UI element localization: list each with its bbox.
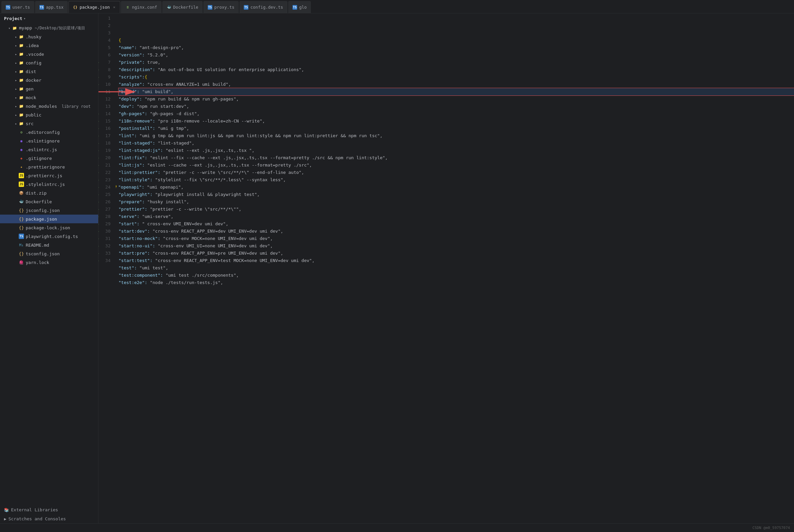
- folder-icon-vscode: 📁: [19, 51, 24, 57]
- file-icon-distzip: 📦: [19, 190, 24, 195]
- tab-nginx-conf[interactable]: ≡ nginx.conf: [121, 1, 161, 13]
- tree-item-gen[interactable]: 📁 gen: [0, 84, 98, 93]
- folder-icon-mock: 📁: [19, 95, 24, 100]
- line-number-26: 26▶: [98, 198, 113, 206]
- label-yarnlock: yarn.lock: [26, 260, 98, 265]
- code-line-20: "lint:style": "stylelint --fix \"src/**/…: [118, 176, 794, 184]
- line-number-7: 7▶: [98, 59, 113, 66]
- tab-package-json[interactable]: {} package.json ✕: [69, 1, 120, 13]
- folder-icon-myapp: 📁: [12, 25, 17, 31]
- run-button-25[interactable]: ▶: [98, 191, 99, 198]
- tree-item-distzip[interactable]: 📦 dist.zip: [0, 189, 98, 197]
- tree-item-prettierignore[interactable]: ✦ .prettierignore: [0, 163, 98, 171]
- tree-item-playwright[interactable]: TS playwright.config.ts: [0, 232, 98, 241]
- tab-dockerfile[interactable]: 🐳 Dockerfile: [162, 1, 203, 13]
- run-button-31[interactable]: ▶: [98, 235, 99, 242]
- tree-item-eslintignore[interactable]: ◉ .eslintignore: [0, 136, 98, 145]
- editor-content[interactable]: 1234567▶8▶9▶10▶11121314▶15▶16▶17▶18▶19▶2…: [98, 13, 794, 523]
- tree-item-mock[interactable]: 📁 mock: [0, 93, 98, 102]
- run-button-24[interactable]: ▶: [98, 184, 99, 191]
- run-button-32[interactable]: ▶: [98, 242, 99, 250]
- run-button-8[interactable]: ▶: [98, 66, 99, 73]
- run-button-29[interactable]: ▶: [98, 220, 99, 228]
- scratches-item[interactable]: ▶ Scratches and Consoles: [0, 514, 98, 523]
- tab-app-tsx[interactable]: TS app.tsx: [35, 1, 68, 13]
- editor-wrapper: 1234567▶8▶9▶10▶11121314▶15▶16▶17▶18▶19▶2…: [98, 13, 794, 523]
- tree-item-dockerfile-file[interactable]: 🐳 Dockerfile: [0, 197, 98, 206]
- tree-item-node-modules[interactable]: 📁 node_modules library root: [0, 102, 98, 111]
- run-button-10[interactable]: ▶: [98, 81, 99, 88]
- arrow-mock: [13, 96, 19, 99]
- tab-glo[interactable]: TS glo: [288, 1, 311, 13]
- line-number-12: 12: [98, 95, 113, 103]
- tree-item-editorconfig[interactable]: ⚙ .editorconfig: [0, 128, 98, 136]
- run-button-33[interactable]: ▶: [98, 250, 99, 257]
- tree-item-husky[interactable]: 📁 .husky: [0, 32, 98, 41]
- tree-item-packagelock[interactable]: {} package-lock.json: [0, 223, 98, 232]
- tab-user-ts[interactable]: TS user.ts: [1, 1, 34, 13]
- external-libraries-item[interactable]: 📚 External Libraries: [0, 505, 98, 514]
- label-prettierrc: .prettierrc.js: [26, 173, 98, 178]
- code-line-10: "dev": "npm run start:dev",: [118, 103, 794, 110]
- tree-item-jsconfig[interactable]: {} jsconfig.json: [0, 206, 98, 215]
- run-button-26[interactable]: ▶: [98, 198, 99, 206]
- code-line-18: "lint:js": "eslint --cache --ext .js,.js…: [118, 162, 794, 169]
- run-button-16[interactable]: ▶: [98, 125, 99, 132]
- tree-item-prettierrc[interactable]: JS .prettierrc.js: [0, 171, 98, 180]
- tab-bar: TS user.ts TS app.tsx {} package.json ✕ …: [0, 0, 794, 13]
- run-button-19[interactable]: ▶: [98, 147, 99, 154]
- tree-item-packagejson[interactable]: {} package.json: [0, 215, 98, 223]
- label-gen: gen: [26, 87, 98, 92]
- tree-item-idea[interactable]: 📁 .idea: [0, 41, 98, 50]
- run-button-30[interactable]: ▶: [98, 228, 99, 235]
- tree-item-yarnlock[interactable]: 🧶 yarn.lock: [0, 258, 98, 267]
- file-icon-prettierrc: JS: [19, 173, 24, 178]
- run-button-14[interactable]: ▶: [98, 110, 99, 117]
- run-button-23[interactable]: ▶: [98, 176, 99, 184]
- run-button-9[interactable]: ▶: [98, 73, 99, 81]
- code-line-32: "test": "umi test",: [118, 264, 794, 272]
- run-button-18[interactable]: ▶: [98, 139, 99, 147]
- sidebar: Project ▾ 📁 myapp ~/Desktop/知识星球/项目 📁 .h…: [0, 13, 98, 523]
- tab-proxy-ts[interactable]: TS proxy.ts: [203, 1, 239, 13]
- arrow-husky: [13, 35, 19, 39]
- arrow-dist: [13, 70, 19, 73]
- tree-item-dist[interactable]: 📁 dist: [0, 67, 98, 76]
- bulb-icon[interactable]: 💡: [116, 184, 117, 191]
- run-button-21[interactable]: ▶: [98, 162, 99, 169]
- tree-item-stylelintrc[interactable]: JS .stylelintrc.js: [0, 180, 98, 189]
- tree-item-eslintrc[interactable]: ◉ .eslintrc.js: [0, 145, 98, 154]
- tree-root-myapp[interactable]: 📁 myapp ~/Desktop/知识星球/项目: [0, 24, 98, 32]
- file-icon-stylelintrc: JS: [19, 182, 24, 187]
- tab-package-json-label: package.json: [79, 5, 110, 10]
- label-distzip: dist.zip: [26, 191, 98, 195]
- tree-item-vscode[interactable]: 📁 .vscode: [0, 50, 98, 58]
- code-line-30: "start:pre": "cross-env REACT_APP_ENV=pr…: [118, 250, 794, 257]
- code-line-13: "postinstall": "umi g tmp",: [118, 125, 794, 132]
- tree-item-gitignore[interactable]: ◈ .gitignore: [0, 154, 98, 163]
- label-idea: .idea: [26, 43, 98, 48]
- tab-config-dev-ts[interactable]: TS config.dev.ts: [239, 1, 288, 13]
- json-icon: {}: [73, 5, 77, 10]
- tree-item-tsconfig[interactable]: {} tsconfig.json: [0, 249, 98, 258]
- scratches-label: Scratches and Consoles: [8, 516, 66, 521]
- project-header[interactable]: Project ▾: [0, 13, 98, 24]
- tree-item-src[interactable]: 📁 src: [0, 119, 98, 128]
- run-button-15[interactable]: ▶: [98, 117, 99, 125]
- code-area[interactable]: { "name": "ant-design-pro", "version": "…: [116, 13, 794, 523]
- run-button-7[interactable]: ▶: [98, 59, 99, 66]
- code-line-29: "start:no-ui": "cross-env UMI_UI=none UM…: [118, 242, 794, 250]
- arrow-config: [13, 61, 19, 65]
- run-button-34[interactable]: ▶: [98, 257, 99, 264]
- run-button-27[interactable]: ▶: [98, 206, 99, 213]
- run-button-22[interactable]: ▶: [98, 169, 99, 176]
- folder-icon-config: 📁: [19, 60, 24, 65]
- run-button-20[interactable]: ▶: [98, 154, 99, 162]
- tree-item-config[interactable]: 📁 config: [0, 58, 98, 67]
- tab-close-button[interactable]: ✕: [112, 4, 116, 10]
- run-button-17[interactable]: ▶: [98, 132, 99, 139]
- run-button-28[interactable]: ▶: [98, 213, 99, 220]
- tree-item-readme[interactable]: M↓ README.md: [0, 241, 98, 249]
- tree-item-docker[interactable]: 📁 docker: [0, 76, 98, 84]
- tree-item-public[interactable]: 📁 public: [0, 111, 98, 119]
